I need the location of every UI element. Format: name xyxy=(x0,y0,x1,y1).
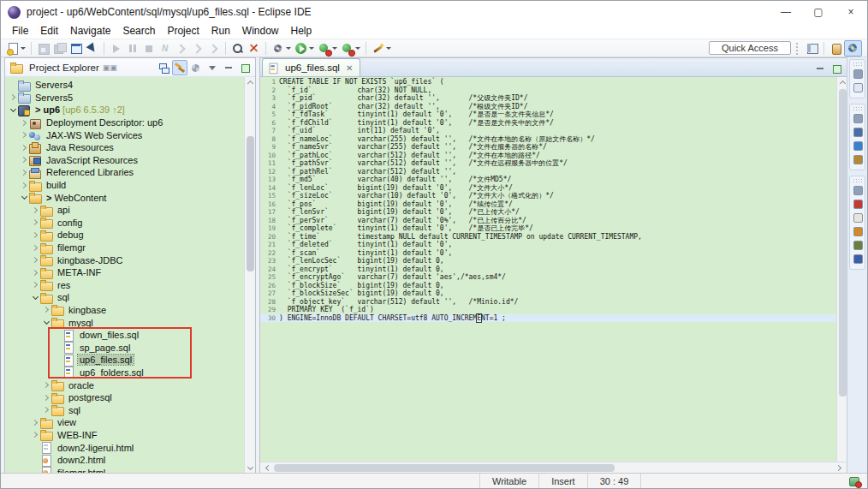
expressions-view-icon[interactable] xyxy=(851,153,865,165)
maximize-view-button[interactable] xyxy=(237,60,253,75)
scrollbar-thumb[interactable] xyxy=(274,464,615,472)
menu-search[interactable]: Search xyxy=(116,24,161,38)
menu-help[interactable]: Help xyxy=(285,24,318,38)
new-button[interactable] xyxy=(4,40,27,57)
scrollbar-thumb[interactable] xyxy=(247,136,254,271)
collapsed-chevron-icon[interactable] xyxy=(42,380,51,390)
tree-item-down2-html[interactable]: down2.html xyxy=(5,454,244,467)
servers-view-icon[interactable] xyxy=(851,198,865,210)
expanded-chevron-icon[interactable] xyxy=(9,105,18,115)
tree-item-javascript-resources[interactable]: JavaScript Resources xyxy=(5,154,244,167)
collapsed-chevron-icon[interactable] xyxy=(31,268,40,277)
collapsed-chevron-icon[interactable] xyxy=(31,255,40,265)
tree-item-down-files-sql[interactable]: down_files.sql xyxy=(5,329,244,342)
menu-file[interactable]: File xyxy=(6,24,34,38)
link-selection-button[interactable] xyxy=(84,40,100,57)
menu-edit[interactable]: Edit xyxy=(34,24,64,38)
tree-item-down2-ligerui-html[interactable]: down2-ligerui.html xyxy=(5,441,244,454)
collapsed-chevron-icon[interactable] xyxy=(31,430,40,439)
coverage-button[interactable] xyxy=(316,40,339,57)
tree-item-meta-inf[interactable]: META-INF xyxy=(5,266,244,279)
tree-item-up6[interactable]: > up6 [up6 6.5.39 ↑2] xyxy=(5,104,244,116)
collapsed-chevron-icon[interactable] xyxy=(42,405,51,414)
collapsed-chevron-icon[interactable] xyxy=(20,155,29,164)
restore-view-icon[interactable] xyxy=(851,184,865,196)
collapsed-chevron-icon[interactable] xyxy=(20,130,29,140)
collapsed-chevron-icon[interactable] xyxy=(42,305,51,314)
tree-item-debug[interactable]: debug xyxy=(5,229,244,242)
collapsed-chevron-icon[interactable] xyxy=(20,181,29,190)
tree-item-up6-folders-sql[interactable]: up6_folders.sql xyxy=(5,367,244,379)
tree-item-java-resources[interactable]: Java Resources xyxy=(5,141,244,154)
dropdown-arrow-icon[interactable] xyxy=(332,47,337,50)
scroll-up-arrow[interactable] xyxy=(245,77,255,88)
tree-item-deployment-descriptor-up6[interactable]: Deployment Descriptor: up6 xyxy=(5,116,244,129)
tab-up6-files-sql[interactable]: up6_files.sql ✕ xyxy=(262,58,360,76)
tree-item-api[interactable]: api xyxy=(5,204,244,217)
collapsed-chevron-icon[interactable] xyxy=(31,418,40,427)
dropdown-arrow-icon[interactable] xyxy=(21,47,26,50)
minimize-view-button[interactable] xyxy=(221,60,236,75)
javaee-perspective-button[interactable] xyxy=(844,40,862,57)
tree-item-kingbase[interactable]: kingbase xyxy=(5,304,244,317)
tree-item-build[interactable]: build xyxy=(5,179,244,192)
variables-view-icon[interactable] xyxy=(851,126,865,138)
tree-item-webcontent[interactable]: > WebContent xyxy=(5,191,244,204)
snippets-view-icon[interactable] xyxy=(851,225,865,237)
dropdown-arrow-icon[interactable] xyxy=(286,47,291,50)
dropdown-arrow-icon[interactable] xyxy=(386,47,391,50)
outline-view-icon[interactable] xyxy=(851,81,865,93)
view-menu-button[interactable] xyxy=(205,60,220,75)
collapsed-chevron-icon[interactable] xyxy=(20,118,29,128)
tree-item-oracle[interactable]: oracle xyxy=(5,379,244,391)
history-view-icon[interactable] xyxy=(851,212,865,224)
drag-handle[interactable] xyxy=(853,106,862,110)
open-console-button[interactable] xyxy=(68,40,84,57)
quick-access-button[interactable]: Quick Access xyxy=(709,41,791,55)
collapsed-chevron-icon[interactable] xyxy=(42,393,51,403)
restore-view-icon[interactable] xyxy=(851,112,865,124)
scrollbar-thumb[interactable] xyxy=(839,89,847,397)
collapsed-chevron-icon[interactable] xyxy=(31,230,40,240)
breakpoints-view-icon[interactable] xyxy=(851,140,865,152)
profile-button[interactable] xyxy=(339,40,362,57)
collapsed-chevron-icon[interactable] xyxy=(9,92,18,102)
maximize-editor-button[interactable] xyxy=(829,61,844,76)
collapsed-chevron-icon[interactable] xyxy=(31,206,40,215)
notification-icon[interactable] xyxy=(848,476,860,486)
dropdown-arrow-icon[interactable] xyxy=(355,47,360,50)
collapse-all-button[interactable] xyxy=(156,60,171,75)
maximize-window-button[interactable]: ▢ xyxy=(802,1,835,23)
java-perspective-button[interactable] xyxy=(828,40,844,57)
menu-navigate[interactable]: Navigate xyxy=(64,24,116,38)
tree-item-config[interactable]: config xyxy=(5,217,244,230)
tree-item-sql[interactable]: sql xyxy=(5,403,244,416)
tree-item-web-inf[interactable]: WEB-INF xyxy=(5,429,244,442)
tree-item-jax-ws-web-services[interactable]: JAX-WS Web Services xyxy=(5,128,244,141)
menu-project[interactable]: Project xyxy=(161,24,205,38)
menu-run[interactable]: Run xyxy=(205,24,236,38)
tree-item-up6-files-sql[interactable]: up6_files.sql xyxy=(5,354,244,367)
expanded-chevron-icon[interactable] xyxy=(31,293,40,302)
project-explorer-title[interactable]: Project Explorer xyxy=(29,63,99,73)
external-tools-button[interactable] xyxy=(270,40,293,57)
collapsed-chevron-icon[interactable] xyxy=(31,280,40,289)
collapsed-chevron-icon[interactable] xyxy=(20,143,29,152)
expanded-chevron-icon[interactable] xyxy=(42,318,51,327)
search-button[interactable] xyxy=(229,40,246,57)
editor-horizontal-scrollbar[interactable] xyxy=(260,462,847,474)
open-perspective-button[interactable] xyxy=(804,40,820,57)
dropdown-arrow-icon[interactable] xyxy=(309,47,314,50)
tree-item-filemgr[interactable]: filemgr xyxy=(5,242,244,254)
minimize-window-button[interactable]: — xyxy=(770,1,802,23)
collapsed-chevron-icon[interactable] xyxy=(31,218,40,227)
tree-item-res[interactable]: res xyxy=(5,279,244,292)
mark-occurrences-button[interactable] xyxy=(246,40,262,57)
collapsed-chevron-icon[interactable] xyxy=(20,168,29,177)
tab-close-icon[interactable]: ✕ xyxy=(344,63,354,73)
drag-handle[interactable] xyxy=(853,62,862,66)
new-wizard-button[interactable] xyxy=(370,40,393,57)
tree-item-referenced-libraries[interactable]: Referenced Libraries xyxy=(5,166,244,179)
tree-item-servers5[interactable]: Servers5 xyxy=(5,92,244,104)
run-button[interactable] xyxy=(293,40,316,57)
